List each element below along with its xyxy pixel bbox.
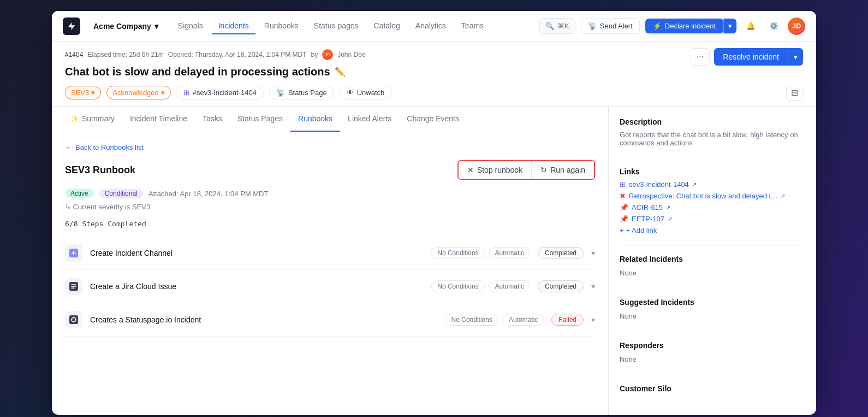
nav-teams[interactable]: Teams bbox=[455, 18, 490, 34]
links-list: ⊞ sev3-incident-1404 ↗ ✖ Retrospective: … bbox=[620, 180, 805, 223]
unwatch-badge[interactable]: 👁 Unwatch bbox=[340, 86, 392, 99]
run-again-button[interactable]: ↻ Run again bbox=[532, 161, 594, 179]
tab-linked-alerts[interactable]: Linked Alerts bbox=[340, 107, 399, 132]
settings-button[interactable]: ⚙️ bbox=[765, 17, 782, 35]
external-link-icon: ↗ bbox=[666, 204, 670, 210]
tab-summary[interactable]: ✨ Summary bbox=[63, 107, 122, 132]
author-name: John Doe bbox=[337, 51, 365, 58]
condition-text: ↳ Current severity is SEV3 bbox=[65, 203, 595, 211]
notifications-button[interactable]: 🔔 bbox=[742, 17, 759, 35]
search-shortcut: ⌘K bbox=[557, 22, 569, 30]
link-icon: ✖ bbox=[620, 192, 626, 200]
panel-toggle-button[interactable]: ⊟ bbox=[786, 85, 803, 101]
tabs: ✨ Summary Incident Timeline Tasks Status… bbox=[52, 107, 608, 132]
more-options-button[interactable]: ··· bbox=[691, 48, 710, 66]
step-icon bbox=[65, 278, 82, 295]
divider bbox=[620, 332, 805, 332]
description-section: Description Got reports that the chat bo… bbox=[620, 118, 805, 147]
nav-catalog[interactable]: Catalog bbox=[367, 18, 407, 34]
by-label: by bbox=[311, 51, 318, 58]
user-avatar[interactable]: JD bbox=[788, 17, 805, 35]
runbook-title: SEV3 Runbook bbox=[65, 165, 135, 176]
links-title: Links bbox=[620, 167, 805, 176]
tab-runbooks[interactable]: Runbooks bbox=[290, 107, 340, 132]
divider bbox=[620, 289, 805, 289]
tab-tasks[interactable]: Tasks bbox=[195, 107, 230, 132]
automatic-badge: Automatic bbox=[489, 280, 530, 292]
automatic-badge: Automatic bbox=[489, 247, 530, 259]
company-selector[interactable]: Acme Company ▾ bbox=[89, 20, 163, 33]
send-alert-button[interactable]: 📡 Send Alert bbox=[581, 18, 640, 34]
links-section: Links ⊞ sev3-incident-1404 ↗ ✖ Retrospec… bbox=[620, 167, 805, 234]
logo-icon[interactable] bbox=[63, 17, 80, 35]
back-arrow-icon: ← bbox=[65, 143, 72, 151]
severity-badge[interactable]: SEV3 ▾ bbox=[65, 86, 101, 99]
edit-title-icon[interactable]: ✏️ bbox=[335, 67, 346, 77]
runbook-meta: Active Conditional Attached: Apr 18, 202… bbox=[65, 189, 595, 198]
search-icon: 🔍 bbox=[545, 22, 554, 30]
step-badges: No Conditions Automatic bbox=[445, 314, 544, 326]
chevron-down-icon[interactable]: ▾ bbox=[591, 249, 595, 257]
back-to-runbooks-link[interactable]: ← Back to Runbooks list bbox=[65, 143, 595, 151]
plus-icon: + bbox=[620, 226, 624, 234]
stop-runbook-button[interactable]: ✕ Stop runbook bbox=[459, 161, 532, 179]
no-conditions-badge: No Conditions bbox=[431, 280, 484, 292]
link-item[interactable]: ⊞ sev3-incident-1404 ↗ bbox=[620, 180, 805, 189]
incident-tag-badge[interactable]: ⊞ #sev3-incident-1404 bbox=[176, 86, 264, 99]
signal-icon: 📡 bbox=[588, 22, 597, 30]
nav-links: Signals Incidents Runbooks Status pages … bbox=[171, 18, 531, 34]
step-name: Creates a Statuspage.io Incident bbox=[90, 315, 438, 324]
svg-marker-0 bbox=[68, 22, 75, 30]
add-link-button[interactable]: + + Add link bbox=[620, 226, 805, 234]
step-name: Create Incident Channel bbox=[90, 249, 424, 257]
divider bbox=[620, 245, 805, 246]
status-badge[interactable]: Acknowledged ▾ bbox=[106, 86, 171, 99]
incident-title-row: Chat bot is slow and delayed in processi… bbox=[65, 66, 803, 78]
navbar: Acme Company ▾ Signals Incidents Runbook… bbox=[52, 11, 816, 42]
link-icon: ⊞ bbox=[620, 180, 626, 189]
description-text: Got reports that the chat bot is a bit s… bbox=[620, 131, 805, 147]
attached-text: Attached: Apr 18, 2024, 1:04 PM MDT bbox=[148, 190, 269, 198]
link-item[interactable]: ✖ Retrospective: Chat bot is slow and de… bbox=[620, 192, 805, 200]
tab-status-pages[interactable]: Status Pages bbox=[230, 107, 290, 132]
declare-incident-button[interactable]: ⚡ Declare incident bbox=[645, 19, 723, 33]
tab-incident-timeline[interactable]: Incident Timeline bbox=[122, 107, 195, 132]
resolve-caret-button[interactable]: ▾ bbox=[788, 48, 803, 66]
status-page-badge[interactable]: 📡 Status Page bbox=[269, 86, 334, 99]
link-item[interactable]: 📌 EETP-107 ↗ bbox=[620, 215, 805, 223]
no-conditions-badge: No Conditions bbox=[431, 247, 484, 259]
completed-badge: Completed bbox=[538, 280, 584, 292]
suggested-incidents-section: Suggested Incidents None bbox=[620, 298, 805, 321]
automatic-badge: Automatic bbox=[503, 314, 544, 326]
failed-badge: Failed bbox=[551, 314, 584, 326]
search-button[interactable]: 🔍 ⌘K bbox=[539, 18, 575, 34]
nav-incidents[interactable]: Incidents bbox=[212, 18, 255, 34]
chevron-down-icon[interactable]: ▾ bbox=[591, 315, 595, 324]
company-name: Acme Company bbox=[93, 22, 151, 31]
declare-incident-group: ⚡ Declare incident ▾ bbox=[645, 19, 736, 33]
nav-analytics[interactable]: Analytics bbox=[409, 18, 453, 34]
link-label: EETP-107 bbox=[632, 215, 664, 223]
chevron-down-icon: ▾ bbox=[91, 89, 95, 97]
chevron-down-icon[interactable]: ▾ bbox=[591, 282, 595, 291]
left-panel: ✨ Summary Incident Timeline Tasks Status… bbox=[52, 107, 609, 415]
incident-title: Chat bot is slow and delayed in processi… bbox=[65, 66, 346, 78]
responders-section: Responders None bbox=[620, 341, 805, 364]
resolve-incident-button[interactable]: Resolve incident bbox=[714, 48, 788, 66]
signal-icon: 📡 bbox=[276, 89, 285, 97]
description-title: Description bbox=[620, 118, 805, 126]
step-icon bbox=[65, 311, 82, 328]
nav-signals[interactable]: Signals bbox=[171, 18, 210, 34]
eye-icon: 👁 bbox=[347, 89, 354, 97]
runbook-actions: ✕ Stop runbook ↻ Run again bbox=[457, 160, 595, 180]
tab-change-events[interactable]: Change Events bbox=[399, 107, 467, 132]
active-badge: Active bbox=[65, 189, 94, 198]
suggested-none: None bbox=[620, 312, 637, 320]
nav-status-pages[interactable]: Status pages bbox=[307, 18, 365, 34]
right-panel: Description Got reports that the chat bo… bbox=[609, 107, 816, 415]
nav-runbooks[interactable]: Runbooks bbox=[258, 18, 305, 34]
step-row: Create Incident Channel No Conditions Au… bbox=[65, 237, 595, 270]
declare-incident-caret[interactable]: ▾ bbox=[723, 19, 736, 33]
link-item[interactable]: 📌 ACIR-615 ↗ bbox=[620, 203, 805, 212]
chevron-down-icon: ▾ bbox=[161, 89, 165, 97]
